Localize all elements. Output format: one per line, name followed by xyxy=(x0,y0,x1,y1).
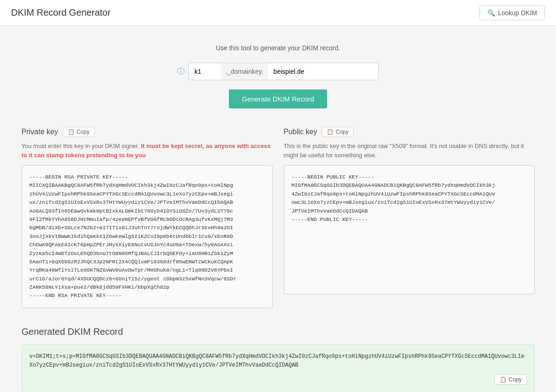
private-key-box: -----BEGIN RSA PRIVATE KEY----- MIICXQIB… xyxy=(22,165,273,308)
dkim-record-section: Generated DKIM Record v=DKIM1;t=s;p=MIGf… xyxy=(22,327,535,392)
dkim-record-content: v=DKIM1;t=s;p=MIGfMA0GCSqGSIb3DQEBAQUAA4… xyxy=(30,353,525,368)
domain-input[interactable] xyxy=(268,63,379,80)
header: DKIM Record Generator 🔍 Lookup DKIM xyxy=(0,0,556,26)
dkim-record-title: Generated DKIM Record xyxy=(22,327,535,337)
input-row: ⓘ ._domainkey. xyxy=(22,63,535,80)
keys-row: Private key 📋 Copy You must enter this k… xyxy=(22,127,535,308)
public-key-description: This is the public key in the original r… xyxy=(284,142,535,160)
public-key-header: Public key 📋 Copy xyxy=(284,127,535,137)
copy-icon: 📋 xyxy=(68,129,75,135)
domainkey-label: ._domainkey. xyxy=(221,63,268,80)
search-icon: 🔍 xyxy=(487,9,495,17)
main-content: Use this tool to generate your DKIM reco… xyxy=(11,26,546,392)
selector-input[interactable] xyxy=(188,63,221,80)
public-key-section: Public key 📋 Copy This is the public key… xyxy=(284,127,535,308)
page-title: DKIM Record Generator xyxy=(11,7,111,18)
private-key-description: You must enter this key in your DKIM sig… xyxy=(22,142,273,160)
copy-icon: 📋 xyxy=(327,129,334,135)
copy-icon: 📋 xyxy=(500,376,507,383)
dkim-copy-row: 📋 Copy xyxy=(30,374,527,385)
lookup-dkim-button[interactable]: 🔍 Lookup DKIM xyxy=(479,6,545,20)
private-key-header: Private key 📋 Copy xyxy=(22,127,273,137)
generate-button[interactable]: Generate DKIM Record xyxy=(229,89,327,108)
tool-description: Use this tool to generate your DKIM reco… xyxy=(22,44,535,52)
dkim-record-box: v=DKIM1;t=s;p=MIGfMA0GCSqGSIb3DQEBAQUAA4… xyxy=(22,344,535,392)
private-key-copy-button[interactable]: 📋 Copy xyxy=(63,127,95,137)
private-key-label: Private key xyxy=(22,128,58,136)
public-key-box: -----BEGIN PUBLIC KEY----- MIGfMA0GCSqGS… xyxy=(284,165,535,294)
public-key-label: Public key xyxy=(284,128,317,136)
private-key-section: Private key 📋 Copy You must enter this k… xyxy=(22,127,273,308)
dkim-copy-button[interactable]: 📋 Copy xyxy=(495,374,526,385)
public-key-copy-button[interactable]: 📋 Copy xyxy=(322,127,353,137)
info-icon[interactable]: ⓘ xyxy=(177,67,185,77)
